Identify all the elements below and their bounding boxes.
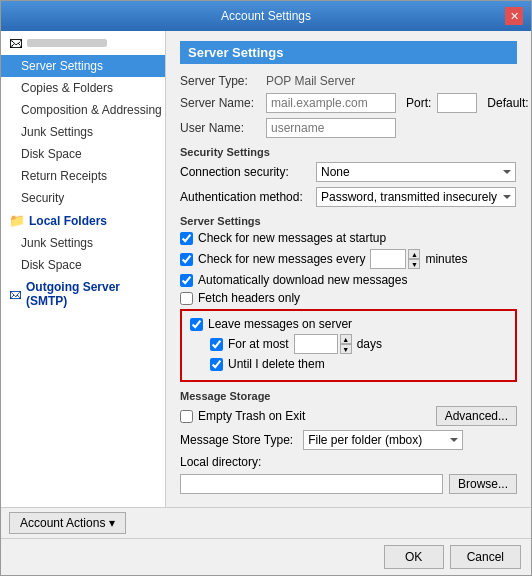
cancel-button[interactable]: Cancel (450, 545, 521, 569)
window-body: 🖂 Server Settings Copies & Folders Compo… (1, 31, 531, 507)
check-startup-row: Check for new messages at startup (180, 231, 517, 245)
browse-button[interactable]: Browse... (449, 474, 517, 494)
sidebar-item-copies-folders[interactable]: Copies & Folders (1, 77, 165, 99)
local-dir-input-row: E:\ Browse... (180, 474, 517, 494)
server-name-label: Server Name: (180, 96, 260, 110)
for-at-most-down[interactable]: ▼ (340, 344, 352, 354)
sidebar-item-disk-space[interactable]: Disk Space (1, 143, 165, 165)
store-type-row: Message Store Type: File per folder (mbo… (180, 430, 517, 450)
auth-method-select[interactable]: Password, transmitted insecurely (316, 187, 516, 207)
sidebar-account-bar: 🖂 (1, 31, 165, 55)
spinner-down[interactable]: ▼ (408, 259, 420, 269)
server-settings-sub-header: Server Settings (180, 215, 517, 227)
store-type-select[interactable]: File per folder (mbox) (303, 430, 463, 450)
username-row: User Name: (180, 118, 517, 138)
empty-trash-checkbox-row: Empty Trash on Exit (180, 409, 305, 423)
ok-button[interactable]: OK (384, 545, 444, 569)
fetch-headers-checkbox[interactable] (180, 292, 193, 305)
store-type-label: Message Store Type: (180, 433, 293, 447)
check-every-suffix: minutes (425, 252, 467, 266)
folder-icon: 📁 (9, 213, 25, 228)
close-button[interactable]: ✕ (505, 7, 523, 25)
server-name-input[interactable] (266, 93, 396, 113)
fetch-headers-label: Fetch headers only (198, 291, 300, 305)
main-panel: Server Settings Server Type: POP Mail Se… (166, 31, 531, 507)
for-at-most-up[interactable]: ▲ (340, 334, 352, 344)
sidebar: 🖂 Server Settings Copies & Folders Compo… (1, 31, 166, 507)
check-startup-checkbox[interactable] (180, 232, 193, 245)
connection-security-label: Connection security: (180, 165, 310, 179)
sidebar-item-composition-addressing[interactable]: Composition & Addressing (1, 99, 165, 121)
account-icon: 🖂 (9, 35, 23, 51)
username-label: User Name: (180, 121, 260, 135)
account-actions-arrow: ▾ (109, 516, 115, 530)
empty-trash-row: Empty Trash on Exit Advanced... (180, 406, 517, 426)
local-dir-row: Local directory: (180, 455, 517, 469)
check-every-label: Check for new messages every (198, 252, 365, 266)
leave-messages-checkbox[interactable] (190, 318, 203, 331)
account-name-bar (27, 39, 107, 47)
leave-messages-row: Leave messages on server (190, 317, 507, 331)
advanced-button[interactable]: Advanced... (436, 406, 517, 426)
for-at-most-checkbox[interactable] (210, 338, 223, 351)
account-actions-button[interactable]: Account Actions ▾ (9, 512, 126, 534)
account-actions-label: Account Actions (20, 516, 105, 530)
auto-download-row: Automatically download new messages (180, 273, 517, 287)
until-delete-row: Until I delete them (210, 357, 507, 371)
port-input[interactable]: 110 (437, 93, 477, 113)
auth-method-row: Authentication method: Password, transmi… (180, 187, 517, 207)
default-label: Default: (487, 96, 528, 110)
auto-download-checkbox[interactable] (180, 274, 193, 287)
title-bar: Account Settings ✕ (1, 1, 531, 31)
sidebar-item-disk-space-2[interactable]: Disk Space (1, 254, 165, 276)
connection-security-select[interactable]: None (316, 162, 516, 182)
fetch-headers-row: Fetch headers only (180, 291, 517, 305)
sidebar-item-junk-settings-2[interactable]: Junk Settings (1, 232, 165, 254)
check-startup-label: Check for new messages at startup (198, 231, 386, 245)
auto-download-label: Automatically download new messages (198, 273, 407, 287)
window-footer: Account Actions ▾ OK Cancel (1, 507, 531, 575)
check-every-spinner: 10 ▲ ▼ (370, 249, 420, 269)
server-name-row: Server Name: Port: 110 Default: 110 (180, 93, 517, 113)
leave-messages-label: Leave messages on server (208, 317, 352, 331)
security-settings-header: Security Settings (180, 146, 517, 158)
spinner-buttons: ▲ ▼ (408, 249, 420, 269)
server-type-label: Server Type: (180, 74, 260, 88)
sidebar-item-server-settings[interactable]: Server Settings (1, 55, 165, 77)
message-storage-header: Message Storage (180, 390, 517, 402)
window-title: Account Settings (27, 9, 505, 23)
server-type-row: Server Type: POP Mail Server (180, 74, 517, 88)
local-dir-label: Local directory: (180, 455, 261, 469)
sidebar-local-folders-label[interactable]: Local Folders (29, 214, 107, 228)
for-at-most-label: For at most (228, 337, 289, 351)
section-title: Server Settings (180, 41, 517, 64)
server-type-value: POP Mail Server (266, 74, 355, 88)
for-at-most-spinner-btns: ▲ ▼ (340, 334, 352, 354)
check-every-checkbox[interactable] (180, 253, 193, 266)
sidebar-local-folders-header: 📁 Local Folders (1, 209, 165, 232)
port-label: Port: (406, 96, 431, 110)
account-settings-window: Account Settings ✕ 🖂 Server Settings Cop… (0, 0, 532, 576)
local-dir-input[interactable]: E:\ (180, 474, 443, 494)
spinner-up[interactable]: ▲ (408, 249, 420, 259)
account-actions-bar: Account Actions ▾ (1, 507, 531, 538)
empty-trash-checkbox[interactable] (180, 410, 193, 423)
check-every-input[interactable]: 10 (370, 249, 406, 269)
sidebar-outgoing-smtp-header: 🖂 Outgoing Server (SMTP) (1, 276, 165, 312)
sidebar-item-security[interactable]: Security (1, 187, 165, 209)
until-delete-checkbox[interactable] (210, 358, 223, 371)
sidebar-item-return-receipts[interactable]: Return Receipts (1, 165, 165, 187)
auth-method-label: Authentication method: (180, 190, 310, 204)
username-input[interactable] (266, 118, 396, 138)
empty-trash-label: Empty Trash on Exit (198, 409, 305, 423)
for-at-most-input[interactable]: 365 (294, 334, 338, 354)
for-at-most-row: For at most 365 ▲ ▼ days (210, 334, 507, 354)
check-every-row: Check for new messages every 10 ▲ ▼ minu… (180, 249, 517, 269)
connection-security-row: Connection security: None (180, 162, 517, 182)
for-at-most-suffix: days (357, 337, 382, 351)
sidebar-outgoing-smtp-label[interactable]: Outgoing Server (SMTP) (26, 280, 157, 308)
until-delete-label: Until I delete them (228, 357, 325, 371)
sidebar-item-junk-settings[interactable]: Junk Settings (1, 121, 165, 143)
dialog-footer: OK Cancel (1, 538, 531, 575)
smtp-icon: 🖂 (9, 287, 22, 302)
